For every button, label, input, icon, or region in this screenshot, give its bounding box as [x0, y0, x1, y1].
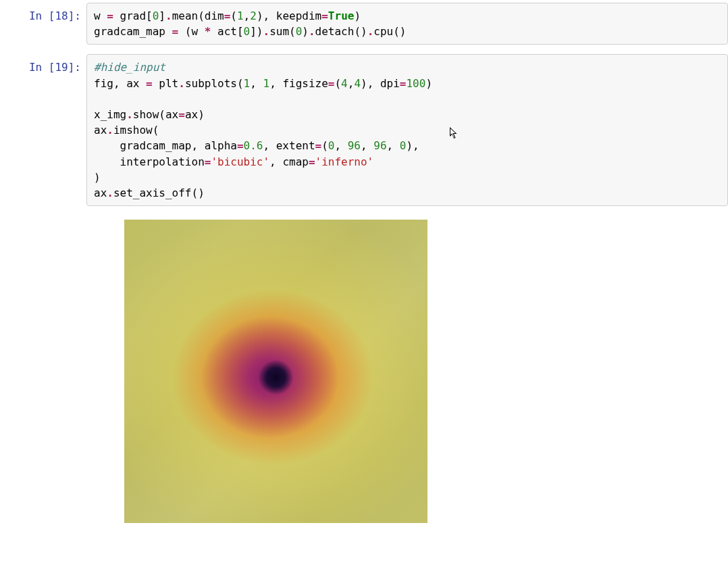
code-token: 96 [348, 139, 361, 152]
code-token: = [146, 77, 159, 90]
code-token: grad[ [120, 9, 153, 22]
code-token: gradcam_map, alpha [120, 139, 237, 152]
code-token: plt [159, 77, 178, 90]
code-token: mean(dim [172, 9, 224, 22]
output-cell [5, 216, 728, 523]
code-token: w [94, 9, 107, 22]
code-token: = [237, 139, 244, 152]
code-token: = [178, 108, 185, 121]
code-token: ), [406, 139, 419, 152]
code-input-area[interactable]: w = grad[0].mean(dim=(1,2), keepdim=True… [86, 3, 728, 45]
code-token: 0 [328, 139, 335, 152]
code-token: 96 [373, 139, 386, 152]
input-prompt: In [18]: [5, 3, 86, 24]
code-token: 1 [244, 77, 251, 90]
code-token: = [321, 9, 328, 22]
code-token: 0 [400, 139, 407, 152]
code-token: = [309, 155, 315, 168]
code-token: , cmap [269, 155, 309, 168]
code-token [94, 139, 120, 152]
code-token: 4 [354, 77, 361, 90]
code-token: , [361, 139, 373, 152]
code-token: cpu() [373, 25, 406, 38]
code-token: sum( [269, 25, 296, 38]
code-token: , figsize [269, 77, 328, 90]
output-prompt [5, 216, 86, 221]
code-token: ( [334, 77, 341, 90]
code-token: imshow( [113, 124, 159, 136]
mouse-cursor-icon [450, 127, 459, 139]
code-token: ) [94, 171, 101, 184]
code-token: ( [230, 9, 237, 22]
code-token: 0 [296, 25, 303, 38]
code-token: (w [185, 25, 205, 38]
code-token: . [126, 108, 133, 121]
code-token: ] [159, 9, 165, 22]
code-token: ax [94, 124, 107, 136]
code-token: , [334, 139, 347, 152]
code-token: ), keepdim [257, 9, 321, 22]
code-token: ( [321, 139, 328, 152]
code-token: . [165, 9, 172, 22]
code-token: = [315, 139, 322, 152]
code-token: 100 [406, 77, 425, 90]
code-token: . [178, 77, 185, 90]
code-token: subplots( [185, 77, 244, 90]
code-token: , [348, 77, 355, 90]
code-cell: In [18]: w = grad[0].mean(dim=(1,2), kee… [5, 3, 728, 45]
code-token: 2 [250, 9, 257, 22]
code-token: ), dpi [361, 77, 400, 90]
code-token: * [205, 25, 211, 38]
code-token: . [107, 187, 113, 199]
code-token: . [309, 25, 315, 38]
input-prompt: In [19]: [5, 54, 86, 75]
code-token: 0 [244, 25, 251, 38]
code-token: 1 [263, 77, 269, 90]
code-token: 'inferno' [315, 155, 374, 168]
code-token: ax [94, 187, 107, 199]
code-token: . [263, 25, 269, 38]
code-token: fig, ax [94, 77, 146, 90]
code-token: , [387, 139, 400, 152]
code-token: detach() [315, 25, 367, 38]
code-token: = [172, 25, 185, 38]
gradcam-heatmap-image [124, 220, 427, 523]
code-token: = [205, 155, 211, 168]
code-token: = [224, 9, 231, 22]
code-token: #hide_input [94, 61, 165, 74]
code-token: , [244, 9, 251, 22]
code-token: set_axis_off() [113, 187, 205, 199]
code-token: 0 [153, 9, 159, 22]
code-token: ax) [185, 108, 205, 121]
code-token: interpolation [120, 155, 205, 168]
code-token: 1 [237, 9, 244, 22]
code-token: 4 [341, 77, 348, 90]
code-token: ) [425, 77, 432, 90]
code-token: gradcam_map [94, 25, 172, 38]
code-token: True [328, 9, 355, 22]
code-token: , [250, 77, 263, 90]
output-area [86, 216, 728, 523]
code-token: = [107, 9, 120, 22]
code-token: show(ax [133, 108, 178, 121]
code-token: ]) [250, 25, 263, 38]
code-token: ) [302, 25, 309, 38]
code-token: , extent [263, 139, 315, 152]
code-token: . [367, 25, 374, 38]
code-token: 'bicubic' [211, 155, 269, 168]
code-token [94, 155, 120, 168]
code-token: x_img [94, 108, 126, 121]
code-input-area[interactable]: #hide_input fig, ax = plt.subplots(1, 1,… [86, 54, 728, 206]
code-token: ) [354, 9, 361, 22]
code-cell: In [19]: #hide_input fig, ax = plt.subpl… [5, 54, 728, 206]
code-token: act[ [211, 25, 243, 38]
code-token: 0.6 [244, 139, 263, 152]
code-token: . [107, 124, 113, 136]
